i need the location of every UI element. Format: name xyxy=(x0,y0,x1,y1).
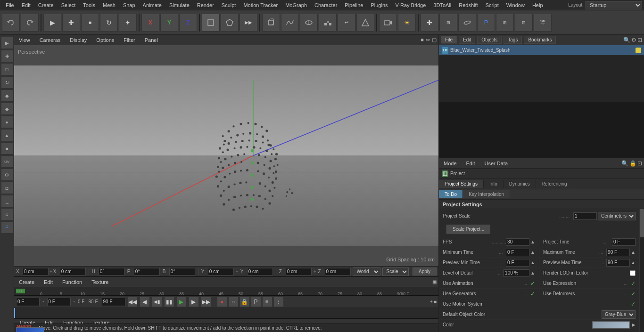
workplane-button[interactable] xyxy=(458,14,476,32)
menu-edit[interactable]: Edit xyxy=(18,1,34,9)
stop-button[interactable]: ▮▮ xyxy=(164,297,174,307)
end-frame-input[interactable] xyxy=(102,298,125,306)
min-time-input[interactable] xyxy=(506,249,529,256)
sidebar-points-icon[interactable]: ● xyxy=(1,116,13,128)
preview-min-time-input[interactable] xyxy=(506,259,529,267)
obj-tab-bookmarks[interactable]: Bookmarks xyxy=(524,36,556,44)
sidebar-paint-icon[interactable]: P xyxy=(1,221,13,234)
project-time-input[interactable] xyxy=(612,238,636,246)
attr-expand-icon[interactable]: ⊡ xyxy=(637,160,642,167)
sidebar-active-tool-icon[interactable]: ◆ xyxy=(1,103,13,115)
viewport-filter-menu[interactable]: Filter xyxy=(121,36,138,44)
viewport-3d[interactable]: Perspective Grid Spacing : 10 cm xyxy=(14,45,438,266)
obj-tab-file[interactable]: File xyxy=(441,36,457,44)
max-time-input[interactable] xyxy=(606,249,630,256)
sidebar-transform-icon[interactable]: ◆ xyxy=(1,89,13,102)
attr-scrollbar[interactable] xyxy=(639,209,644,332)
go-end-button[interactable]: ▶▶ xyxy=(201,297,211,307)
sidebar-rotate-icon[interactable]: ↻ xyxy=(1,76,13,89)
attr-tab-info[interactable]: Info xyxy=(484,180,504,188)
layout-select[interactable]: Startup xyxy=(586,1,642,9)
scene-button[interactable] xyxy=(356,14,374,32)
x-position-input[interactable] xyxy=(23,268,49,275)
menu-mesh[interactable]: Mesh xyxy=(99,1,119,9)
z-position-input[interactable] xyxy=(286,268,312,275)
sidebar-tweak-icon[interactable]: ⚙ xyxy=(1,169,13,181)
world-select[interactable]: World Object xyxy=(353,267,380,276)
record-button[interactable]: ● xyxy=(217,297,227,307)
lod-input[interactable] xyxy=(504,269,529,277)
transform-tool-button[interactable]: ✦ xyxy=(119,14,137,32)
color-swatch[interactable] xyxy=(592,321,630,329)
select-tool-button[interactable]: ▶ xyxy=(43,14,61,32)
b-rotation-input[interactable] xyxy=(169,268,195,275)
attr-tab-referencing[interactable]: Referencing xyxy=(536,180,573,188)
apply-button[interactable]: Apply xyxy=(413,267,437,275)
obj-tab-objects[interactable]: Objects xyxy=(477,36,502,44)
nurbs-button[interactable] xyxy=(300,14,318,32)
timeline-create[interactable]: Create xyxy=(16,278,37,286)
menu-vray[interactable]: V-Ray Bridge xyxy=(392,1,430,9)
menu-script[interactable]: Script xyxy=(482,1,503,9)
menu-help[interactable]: Help xyxy=(528,1,547,9)
move-tool-button[interactable]: ✚ xyxy=(62,14,80,32)
timeline-edit[interactable]: Edit xyxy=(41,278,56,286)
attr-user-data-tab[interactable]: User Data xyxy=(482,160,511,167)
scale-tool-button[interactable]: ■ xyxy=(81,14,99,32)
y-size-input[interactable] xyxy=(247,268,273,275)
menu-sculpt[interactable]: Sculpt xyxy=(218,1,240,9)
z-size-input[interactable] xyxy=(325,268,351,275)
y-axis-button[interactable]: Y xyxy=(160,14,178,32)
scale-project-button[interactable]: Scale Project... xyxy=(446,225,490,234)
cloner-button[interactable] xyxy=(319,14,337,32)
sidebar-magnet-icon[interactable]: ⚔ xyxy=(1,208,13,220)
menu-create[interactable]: Create xyxy=(34,1,58,9)
preview-max-time-input[interactable] xyxy=(606,259,630,267)
project-scale-input[interactable] xyxy=(573,212,597,220)
menu-motion-tracker[interactable]: Motion Tracker xyxy=(239,1,281,9)
x-axis-button[interactable]: X xyxy=(141,14,159,32)
playback-mode-button[interactable]: P xyxy=(251,297,261,307)
attr-edit-tab[interactable]: Edit xyxy=(463,160,478,167)
attr-lock-icon[interactable]: 🔒 xyxy=(629,160,636,167)
scale-select[interactable]: Scale xyxy=(382,267,409,276)
timeline-texture[interactable]: Texture xyxy=(89,278,111,286)
sidebar-polygons-icon[interactable]: ■ xyxy=(1,142,13,154)
viewport-panel-menu[interactable]: Panel xyxy=(142,36,161,44)
obj-browser-expand-icon[interactable]: ⊡ xyxy=(637,37,642,43)
attr-search-icon[interactable]: 🔍 xyxy=(621,160,628,167)
p-rotation-input[interactable] xyxy=(134,268,160,275)
menu-animate[interactable]: Animate xyxy=(139,1,165,9)
attr-scrollbar-thumb[interactable] xyxy=(640,209,644,237)
viewport-close-icon[interactable]: ▢ xyxy=(432,37,437,43)
spline-button[interactable] xyxy=(281,14,299,32)
attr-mode-tab[interactable]: Mode xyxy=(441,160,460,167)
redo-button[interactable] xyxy=(21,14,39,32)
menu-pipeline[interactable]: Pipeline xyxy=(341,1,367,9)
layout-button[interactable]: ⊟ xyxy=(515,14,533,32)
next-frame-button[interactable]: ▶ xyxy=(189,297,199,307)
go-start-button[interactable]: ◀◀ xyxy=(127,297,138,307)
start-frame-input[interactable] xyxy=(47,298,71,306)
viewport-view-menu[interactable]: View xyxy=(16,36,33,44)
obj-browser-search-icon[interactable]: 🔍 xyxy=(623,37,630,43)
material-item-blue[interactable]: blue xyxy=(16,327,44,332)
menu-window[interactable]: Window xyxy=(503,1,528,9)
light-button[interactable]: ☀ xyxy=(398,14,416,32)
menu-render[interactable]: Render xyxy=(193,1,218,9)
timeline-track[interactable] xyxy=(14,308,438,318)
deformer-button[interactable]: ↩ xyxy=(338,14,355,32)
play-button[interactable]: ▶ xyxy=(176,297,187,307)
object-mode-button[interactable] xyxy=(202,14,220,32)
default-obj-color-select[interactable]: Gray-Blue White Black xyxy=(602,310,636,319)
key-position-button[interactable]: 🔒 xyxy=(239,297,250,307)
sidebar-edges-icon[interactable]: ▲ xyxy=(1,129,13,141)
viewport-cameras-menu[interactable]: Cameras xyxy=(37,36,64,44)
timeline-settings-button[interactable]: ⋮ xyxy=(273,297,284,307)
menu-plugins[interactable]: Plugins xyxy=(367,1,391,9)
menu-character[interactable]: Character xyxy=(311,1,341,9)
sidebar-uvw-icon[interactable]: UV xyxy=(1,155,13,168)
menu-file[interactable]: File xyxy=(2,1,18,9)
menu-select[interactable]: Select xyxy=(58,1,80,9)
play-back-button[interactable]: ◀▮ xyxy=(152,297,162,307)
